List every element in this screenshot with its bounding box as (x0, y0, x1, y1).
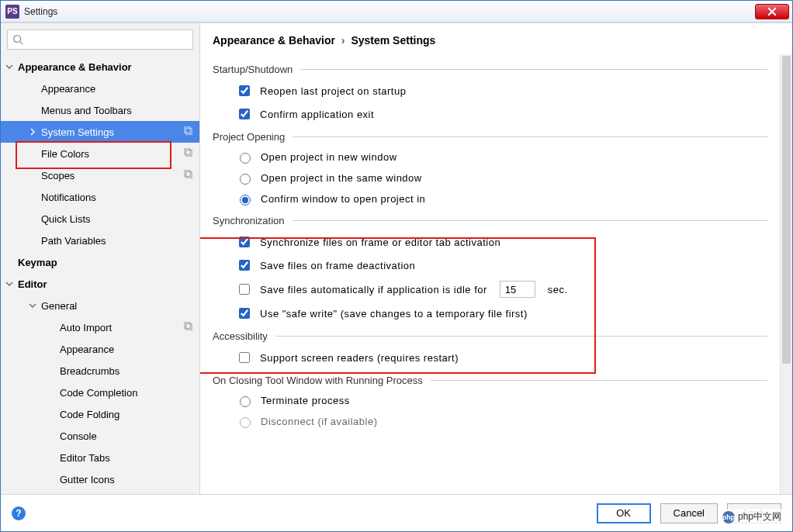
tree-console[interactable]: Console (1, 425, 199, 447)
watermark-icon: php (722, 511, 735, 523)
radio-terminate-process[interactable] (240, 396, 251, 407)
dialog-footer: ? OK Cancel Apply (1, 494, 792, 531)
radio-confirm-window[interactable] (240, 195, 251, 206)
tree-editor-tabs[interactable]: Editor Tabs (1, 447, 199, 468)
tree-label: Auto Import (60, 322, 112, 333)
checkbox-save-idle[interactable] (239, 284, 250, 295)
search-wrap (1, 23, 199, 56)
tree-code-completion[interactable]: Code Completion (1, 382, 199, 403)
tree-editor-general[interactable]: General (1, 295, 199, 316)
tree-system-settings[interactable]: System Settings (1, 121, 199, 143)
tree-appearance[interactable]: Appearance (1, 78, 199, 99)
tree-appearance-behavior[interactable]: Appearance & Behavior (1, 56, 199, 78)
tree-label: Gutter Icons (60, 474, 115, 485)
tree-label: Editor (18, 278, 47, 290)
group-title: Synchronization (213, 215, 285, 226)
watermark-text: php中文网 (738, 510, 781, 523)
tree-label: Breadcrumbs (60, 365, 119, 377)
main-content: Startup/Shutdown Reopen last project on … (200, 54, 780, 494)
button-label: Cancel (674, 507, 705, 519)
checkbox-reopen-last-project[interactable] (239, 85, 250, 96)
svg-line-1 (20, 42, 23, 45)
tree-editor[interactable]: Editor (1, 273, 199, 295)
svg-rect-5 (186, 150, 192, 156)
tree-label: Keymap (18, 257, 57, 268)
help-button[interactable]: ? (12, 506, 26, 520)
dialog-body: Appearance & Behavior Appearance Menus a… (1, 22, 792, 531)
tree-file-colors[interactable]: File Colors (1, 143, 199, 164)
svg-rect-4 (185, 149, 190, 154)
chevron-right-icon (29, 128, 36, 136)
checkbox-save-on-deactivation[interactable] (239, 260, 250, 271)
search-box[interactable] (7, 29, 193, 50)
input-idle-seconds[interactable] (500, 281, 535, 298)
search-icon (12, 34, 23, 45)
group-title: Project Opening (213, 131, 285, 143)
radio-open-new-window[interactable] (240, 153, 251, 164)
tree-label: Path Variables (41, 235, 106, 247)
radio-disconnect[interactable] (240, 417, 251, 428)
option-label: Terminate process (261, 395, 350, 406)
breadcrumb-part: Appearance & Behavior (213, 34, 335, 47)
option-label: Save files automatically if application … (260, 284, 487, 295)
separator (275, 336, 767, 337)
separator (293, 220, 768, 221)
tree-path-variables[interactable]: Path Variables (1, 230, 199, 251)
tree-breadcrumbs[interactable]: Breadcrumbs (1, 360, 199, 382)
vertical-scrollbar[interactable] (780, 54, 792, 494)
search-input[interactable] (26, 33, 188, 47)
project-scope-icon (183, 321, 193, 333)
tree-code-folding[interactable]: Code Folding (1, 403, 199, 425)
tree-label: Quick Lists (41, 213, 91, 225)
svg-rect-8 (185, 323, 190, 328)
tree-label: File Colors (41, 148, 89, 160)
option-label-suffix: sec. (548, 284, 568, 295)
checkbox-confirm-exit[interactable] (239, 109, 250, 119)
tree-notifications[interactable]: Notifications (1, 186, 199, 208)
project-scope-icon (183, 126, 193, 138)
close-icon (767, 7, 777, 16)
main-panel: Appearance & Behavior › System Settings … (200, 23, 792, 494)
tree-menus-toolbars[interactable]: Menus and Toolbars (1, 99, 199, 121)
chevron-down-icon (29, 302, 36, 309)
option-label: Confirm window to open project in (261, 193, 425, 205)
tree-label: Menus and Toolbars (41, 105, 132, 116)
sidebar: Appearance & Behavior Appearance Menus a… (1, 23, 200, 494)
tree-label: Editor Tabs (60, 452, 110, 464)
separator (293, 136, 767, 137)
option-label: Confirm application exit (260, 109, 374, 120)
tree-gutter-icons[interactable]: Gutter Icons (1, 468, 199, 490)
option-label: Disconnect (if available) (261, 416, 378, 427)
checkbox-screen-readers[interactable] (239, 352, 250, 363)
tree-label: System Settings (41, 126, 114, 138)
group-title: Accessibility (213, 330, 268, 342)
settings-tree[interactable]: Appearance & Behavior Appearance Menus a… (1, 56, 199, 494)
content-area: Appearance & Behavior Appearance Menus a… (1, 22, 792, 494)
checkbox-safe-write[interactable] (239, 308, 250, 319)
ok-button[interactable]: OK (597, 503, 651, 523)
project-scope-icon (183, 169, 193, 181)
tree-editor-appearance[interactable]: Appearance (1, 338, 199, 360)
chevron-right-icon: › (338, 34, 348, 47)
scrollbar-thumb[interactable] (782, 56, 791, 364)
settings-window: PS Settings A (0, 0, 793, 532)
tree-scopes[interactable]: Scopes (1, 164, 199, 186)
tree-label: Notifications (41, 192, 96, 203)
tree-keymap[interactable]: Keymap (1, 251, 199, 273)
close-button[interactable] (755, 4, 789, 19)
button-label: OK (616, 507, 631, 519)
breadcrumb: Appearance & Behavior › System Settings (200, 23, 792, 54)
tree-quick-lists[interactable]: Quick Lists (1, 208, 199, 230)
separator (431, 380, 767, 381)
radio-open-same-window[interactable] (240, 174, 251, 185)
tree-label: Appearance (41, 83, 95, 95)
option-label: Open project in new window (261, 151, 397, 163)
group-synchronization: Synchronization Synchronize files on fra… (213, 215, 767, 321)
cancel-button[interactable]: Cancel (660, 503, 718, 523)
group-title: Startup/Shutdown (213, 64, 293, 75)
checkbox-sync-on-activation[interactable] (239, 237, 250, 247)
tree-auto-import[interactable]: Auto Import (1, 316, 199, 338)
titlebar: PS Settings (1, 1, 792, 22)
group-startup: Startup/Shutdown Reopen last project on … (213, 64, 767, 122)
group-closing-tool-window: On Closing Tool Window with Running Proc… (213, 375, 767, 428)
